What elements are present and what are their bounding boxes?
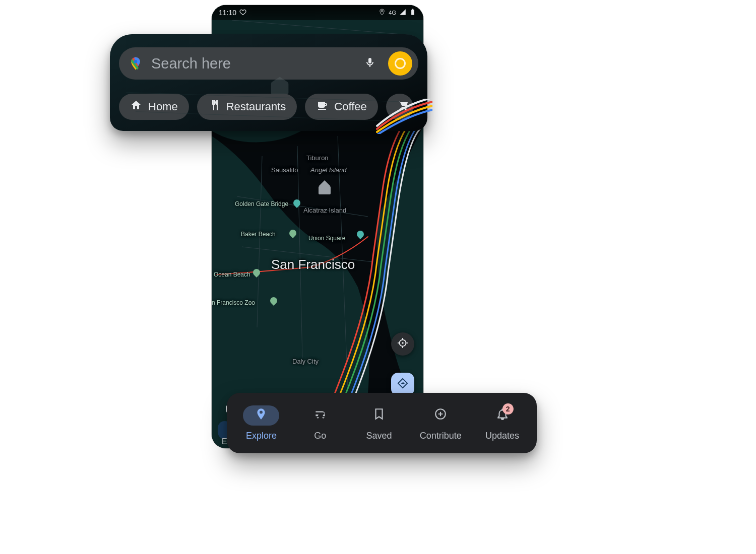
- google-maps-logo-icon: [128, 56, 143, 71]
- nav-label: Go: [314, 431, 326, 441]
- commute-icon: [313, 407, 327, 423]
- chip-coffee[interactable]: Coffee: [305, 94, 377, 120]
- map-label-angel-island: Angel Island: [310, 166, 347, 174]
- map-label-city: San Francisco: [271, 257, 355, 272]
- category-chips-row[interactable]: Home Restaurants Coffee: [119, 94, 418, 120]
- svg-rect-8: [319, 186, 331, 194]
- nav-go[interactable]: Go: [302, 405, 338, 441]
- heart-icon: [239, 9, 246, 17]
- chip-label: Restaurants: [226, 100, 286, 113]
- svg-rect-19: [271, 83, 289, 94]
- map-label-sausalito: Sausalito: [271, 166, 298, 174]
- map-label-alcatraz: Alcatraz Island: [303, 206, 346, 214]
- status-bar: 11:10 4G: [212, 5, 423, 20]
- chip-label: Coffee: [334, 100, 366, 113]
- map-label-baker: Baker Beach: [241, 231, 276, 238]
- bottom-nav-card: Explore Go Saved Contribute: [227, 393, 537, 453]
- status-time: 11:10: [219, 9, 236, 17]
- svg-rect-9: [411, 10, 414, 15]
- location-icon: [379, 9, 386, 17]
- map-label-ocean: Ocean Beach: [214, 271, 250, 278]
- svg-point-20: [134, 60, 138, 63]
- nav-contribute[interactable]: Contribute: [420, 405, 462, 441]
- chip-restaurants[interactable]: Restaurants: [197, 94, 297, 120]
- microphone-icon: [364, 56, 376, 71]
- search-bar[interactable]: Search here: [119, 47, 418, 80]
- svg-rect-10: [412, 9, 413, 10]
- nav-label: Explore: [246, 431, 277, 441]
- home-icon: [130, 99, 142, 114]
- pin-icon: [255, 407, 268, 423]
- my-location-button[interactable]: [391, 332, 414, 356]
- chip-home[interactable]: Home: [119, 94, 189, 120]
- chip-more-partial[interactable]: [386, 94, 413, 120]
- voice-search-button[interactable]: [360, 56, 380, 71]
- map-label-ggb: Golden Gate Bridge: [235, 200, 288, 207]
- bookmark-icon: [372, 407, 386, 423]
- restaurant-icon: [208, 99, 220, 114]
- nav-label: Contribute: [420, 431, 462, 441]
- battery-icon: [409, 9, 416, 17]
- nav-updates[interactable]: Updates 2: [484, 405, 521, 441]
- profile-avatar[interactable]: [388, 51, 412, 76]
- nav-explore[interactable]: Explore: [243, 405, 279, 441]
- map-label-zoo: n Francisco Zoo: [212, 299, 255, 306]
- chip-label: Home: [148, 100, 178, 113]
- nav-saved[interactable]: Saved: [361, 405, 397, 441]
- shopping-cart-icon: [397, 99, 409, 114]
- coffee-icon: [316, 99, 328, 114]
- network-label: 4G: [389, 10, 396, 16]
- crosshair-icon: [397, 337, 408, 351]
- nav-label: Updates: [485, 431, 519, 441]
- search-overlay-card: Search here Home Restaurants Co: [110, 34, 427, 131]
- nav-label: Saved: [366, 431, 392, 441]
- svg-point-12: [402, 342, 404, 344]
- updates-badge: 2: [502, 403, 514, 414]
- map-label-tiburon: Tiburon: [306, 154, 329, 162]
- plus-circle-icon: [434, 407, 447, 423]
- map-label-daly: Daly City: [292, 358, 319, 365]
- avatar-ring-icon: [395, 58, 406, 69]
- signal-icon: [399, 9, 406, 17]
- directions-icon: [397, 378, 408, 391]
- map-label-union: Union Square: [308, 235, 345, 242]
- search-placeholder: Search here: [151, 55, 352, 72]
